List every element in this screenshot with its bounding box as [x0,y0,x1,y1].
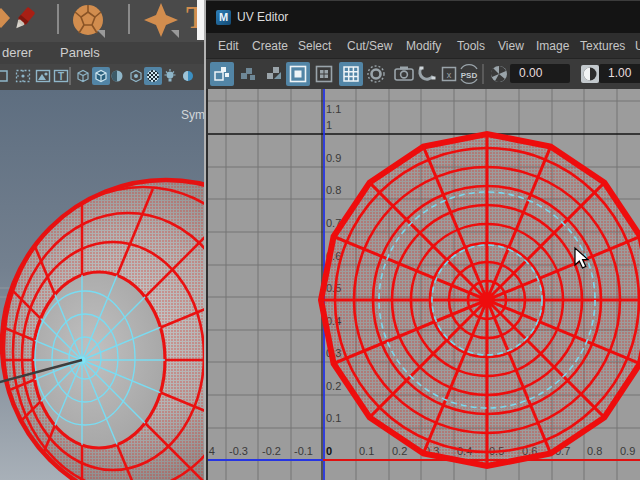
shelf-separator [128,4,130,34]
toolbar-separator [69,67,71,85]
menu-textures[interactable]: Textures [580,39,625,53]
screen: { "colors": { "selection_red": "#ee0d0d"… [0,0,640,480]
exposure-icon[interactable] [487,62,511,86]
menu-modify[interactable]: Modify [406,39,441,53]
menu-image[interactable]: Image [536,39,569,53]
symmetry-hud-text: Sym [181,108,205,122]
uv-snapshot-camera-icon[interactable] [392,62,416,86]
menu-cutsew[interactable]: Cut/Sew [347,39,392,53]
image-plane-icon[interactable] [34,67,52,85]
wireframe-cube-icon[interactable] [74,67,92,85]
contrast-field[interactable]: 1.00 [599,64,640,83]
menu-tools[interactable]: Tools [457,39,485,53]
toolbar-separator [482,64,484,84]
uv-editor-toolbar: x PSD 0.00 1.00 [206,59,640,89]
menu-edit[interactable]: Edit [218,39,239,53]
lights-bulb-icon[interactable] [161,67,179,85]
textured-sphere-icon[interactable] [108,67,126,85]
shell-center-vertex[interactable] [479,292,495,308]
svg-text:T: T [58,71,64,82]
uv-editor-menubar: Edit Create Select Cut/Sew Modify Tools … [206,33,640,59]
vr-cube-icon[interactable] [127,67,145,85]
maya-app-icon: M [216,10,231,25]
shelf-separator [57,4,59,34]
sparkle-icon[interactable] [143,2,181,38]
image-ratio-icon[interactable] [312,62,336,86]
uv-editor-window: M UV Editor Edit Create Select Cut/Sew M… [204,0,640,480]
shade-uv-icon[interactable] [236,62,260,86]
checker-sphere-icon[interactable] [144,67,162,85]
default-light-icon[interactable] [178,67,196,85]
uv-shell-mesh[interactable] [208,89,640,480]
menu-select[interactable]: Select [298,39,331,53]
uv-editor-titlebar[interactable]: M UV Editor [206,0,640,33]
polygon-sphere-icon[interactable] [71,2,107,38]
menu-uvsets-clipped[interactable]: U [635,39,640,53]
uv-distortion-icon[interactable] [210,62,234,86]
texture-text-icon[interactable]: T [52,67,70,85]
snap-magnet-icon[interactable] [415,62,439,86]
clipped-icon[interactable] [0,67,10,85]
texture-borders-icon[interactable] [262,62,286,86]
svg-text:x: x [447,70,452,80]
exposure-field[interactable]: 0.00 [510,64,570,83]
menu-renderer-truncated[interactable]: derer [2,45,32,60]
psd-update-icon[interactable]: PSD [457,62,481,86]
view-grid-icon[interactable] [339,62,363,86]
sculpt-crayon-icon[interactable] [10,5,38,33]
display-image-icon[interactable] [286,62,310,86]
isolate-select-icon[interactable] [14,67,32,85]
window-title: UV Editor [237,10,288,24]
menu-create[interactable]: Create [252,39,288,53]
clipped-shelf-icon[interactable] [0,8,10,28]
menu-panels[interactable]: Panels [60,45,100,60]
menu-view[interactable]: View [498,39,524,53]
shadow-circle-icon[interactable] [364,62,388,86]
uv-canvas[interactable]: 1.1 1 0.9 0.8 0.7 0.6 0.5 0.4 0.3 0.2 0.… [208,89,640,480]
svg-text:PSD: PSD [461,71,478,80]
